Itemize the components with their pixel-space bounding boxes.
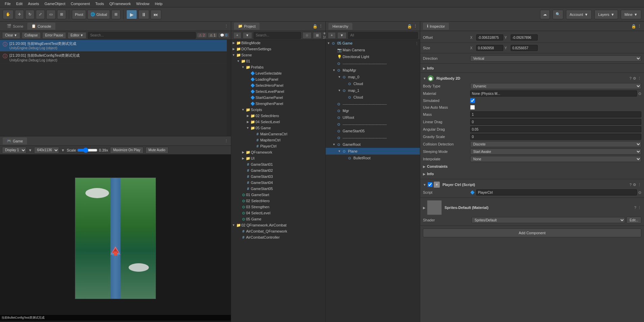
scale-tool[interactable]: ⤢ [36, 10, 45, 19]
insp-info2-header[interactable]: ▶ Info [423, 171, 641, 177]
tree-gamestart02[interactable]: # GameStart02 [231, 167, 325, 173]
hierarchy-add-arrow[interactable]: ▼ [337, 32, 347, 39]
tree-billingmode[interactable]: ▶ 📁 BillingMode [231, 40, 325, 46]
tree-gamestart04[interactable]: # GameStart04 [231, 180, 325, 186]
clear-button[interactable]: Clear ▼ [2, 32, 20, 39]
h-05game-menu[interactable]: ⋮ [415, 42, 419, 45]
add-component-button[interactable]: Add Component [423, 229, 641, 237]
project-import-button[interactable]: ▼ [243, 32, 252, 39]
insp-rigidbody-header[interactable]: ▼ ⬤ Rigidbody 2D ? ⚙ ⋮ [423, 74, 641, 82]
offset-x-input[interactable] [476, 34, 503, 41]
tree-04selectlevel[interactable]: ▶ 📁 04 SelectLevel [231, 119, 325, 125]
info-badge[interactable]: 💬 0 [218, 33, 229, 37]
gravityscale-input[interactable] [470, 134, 641, 140]
h-map1[interactable]: ▼ ⊙ map_1 [326, 87, 420, 94]
tree-02qframework[interactable]: ▼ 📁 02 QFramework.AirCombat [231, 222, 325, 228]
playerctrl-menu-icon[interactable]: ⋮ [638, 183, 641, 187]
mine-button[interactable]: Mine ▼ [621, 10, 641, 19]
shader-edit-button[interactable]: Edit... [626, 217, 641, 223]
console-search-input[interactable] [88, 32, 196, 39]
h-cloud1[interactable]: ⊙ Cloud [326, 94, 420, 101]
hierarchy-lock-icon[interactable]: 🔒 [407, 24, 412, 29]
h-map0[interactable]: ▼ ⊙ map_0 [326, 74, 420, 80]
h-mgr[interactable]: ⊙ Mgr [326, 107, 420, 114]
console-row-0[interactable]: ⓘ [21:20:00] 当前MsgEventTest类测试完成 UnityEn… [0, 40, 227, 52]
h-uiroot[interactable]: ⊙ UIRoot [326, 114, 420, 121]
collapse-button[interactable]: Collapse [22, 32, 41, 39]
rigidbody-help-icon[interactable]: ? [629, 76, 632, 81]
shader-select[interactable]: Sprites/Default [472, 217, 625, 223]
global-button[interactable]: 🌐 Global [87, 10, 110, 19]
tree-ui[interactable]: ▶ 📁 UI [231, 155, 325, 161]
project-search-input[interactable] [253, 32, 301, 39]
tab-scene[interactable]: 🎬 Scene [3, 23, 27, 30]
playerctrl-settings-icon[interactable]: ⚙ [633, 183, 636, 187]
menu-tools[interactable]: Tools [92, 2, 107, 6]
playerctrl-help-icon[interactable]: ? [629, 183, 632, 187]
hierarchy-search-input[interactable] [348, 32, 418, 39]
step-button[interactable]: ⏭ [151, 10, 161, 19]
interpolate-select[interactable]: None Interpolate [470, 156, 641, 162]
insp-constraints-header[interactable]: ▶ Constraints [423, 163, 641, 169]
pivot-button[interactable]: Pivot [72, 10, 86, 19]
tree-gamestart03[interactable]: # GameStart03 [231, 173, 325, 180]
menu-assets[interactable]: Assets [25, 2, 42, 6]
material-menu-icon[interactable]: ⋮ [638, 206, 641, 210]
tab-hierarchy[interactable]: Hierarchy [328, 23, 352, 30]
tab-game[interactable]: 🎮 Game [3, 137, 27, 144]
inspector-lock-icon[interactable]: 🔒 [631, 24, 636, 29]
mute-audio-button[interactable]: Mute Audio [145, 147, 168, 154]
console-row-1[interactable]: ⓘ [21:20:01] 当前BulletConfigTest类测试完成 Uni… [0, 52, 227, 63]
insp-material-section-header[interactable]: ▶ Sprites-Default (Material) ? ⋮ [423, 199, 641, 216]
material-help-icon[interactable]: ? [634, 206, 636, 210]
tree-01[interactable]: ▼ 📁 01 [231, 58, 325, 64]
tree-selectheropanel[interactable]: 🔷 SelectHeroPanel [231, 82, 325, 88]
search-button[interactable]: 🔍 [553, 10, 563, 19]
error-pause-button[interactable]: Error Pause [42, 32, 66, 39]
account-button[interactable]: Account ▼ [566, 10, 592, 19]
tree-02selecthero-scene[interactable]: ⊙ 02 SelectHero [231, 198, 325, 204]
editor-button[interactable]: Editor ▼ [68, 32, 86, 39]
layers-button[interactable]: Layers ▼ [594, 10, 618, 19]
menu-gameobject[interactable]: GameObject [42, 2, 68, 6]
tree-01gamestart-scene[interactable]: ⊙ 01 GameStart [231, 192, 325, 198]
pause-button[interactable]: ⏸ [138, 10, 149, 19]
simulated-checkbox[interactable] [470, 98, 475, 103]
tab-project[interactable]: 📁 Project [234, 23, 260, 30]
sleepingmode-select[interactable]: Start Awake Never Sleep [470, 149, 641, 155]
rect-tool[interactable]: ▭ [46, 10, 56, 19]
project-sort-button[interactable]: ⊞ [313, 32, 322, 39]
console-scrollbar[interactable] [227, 40, 231, 136]
lineardrag-input[interactable] [470, 119, 641, 125]
tree-maincameractrl[interactable]: # MainCameraCtrl [231, 131, 325, 137]
console-panel-menu[interactable]: ⋮ [224, 24, 228, 28]
insp-playerctrl-header[interactable]: ▼ # Player Ctrl (Script) ? ⚙ ⋮ [423, 181, 641, 189]
script-picker-icon[interactable]: ⊙ [638, 190, 641, 195]
project-lock-icon[interactable]: 🔒 [313, 24, 318, 29]
tree-strengthenpanel[interactable]: 🔷 StrengthenPanel [231, 101, 325, 107]
h-main-camera[interactable]: 📷 Main Camera [326, 47, 420, 53]
bodytype-select[interactable]: Dynamic Kinematic Static [470, 83, 641, 89]
h-gamestart05[interactable]: ⊙ GameStart05 [326, 128, 420, 134]
inspector-panel-menu[interactable]: ⋮ [638, 24, 641, 28]
project-filter-button[interactable]: ☆ [302, 32, 312, 39]
maximize-on-play-button[interactable]: Maximize On Play [110, 147, 143, 154]
size-x-input[interactable] [476, 45, 503, 51]
display-select[interactable]: Display 1 [2, 147, 26, 154]
offset-y-input[interactable] [511, 34, 538, 41]
play-button[interactable]: ▶ [126, 10, 137, 19]
menu-file[interactable]: File [2, 2, 14, 6]
tree-startgamepanel[interactable]: 🔷 StartGamePanel [231, 95, 325, 101]
menu-component[interactable]: Component [68, 2, 92, 6]
angulardrag-input[interactable] [470, 126, 641, 132]
menu-edit[interactable]: Edit [14, 2, 25, 6]
tree-dotween[interactable]: ▶ 📁 DOTweenSettings [231, 46, 325, 52]
mass-input[interactable] [470, 111, 641, 117]
h-05game[interactable]: ▼ ⊙ 05 Game ⋮ [326, 40, 420, 47]
material-input[interactable] [470, 90, 637, 97]
tree-prefabs[interactable]: ▼ 📁 Prefabs [231, 64, 325, 70]
tree-aircombat-qframework[interactable]: # AirCombat_QFramework [231, 228, 325, 234]
tree-aircombatcontroller[interactable]: # AirCombatController [231, 234, 325, 240]
h-bulletroot[interactable]: ⊙ BulletRoot [326, 155, 420, 161]
h-directional-light[interactable]: 💡 Directional Light [326, 53, 420, 60]
